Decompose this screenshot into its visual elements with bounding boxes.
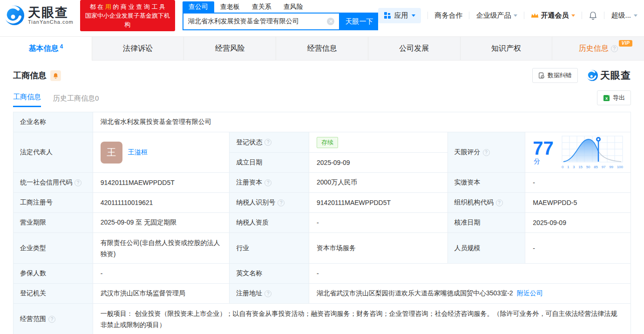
section-header: 工商信息 数据纠错 天眼查 (13, 68, 631, 83)
field-value-legal-rep: 王 王溢桓 (93, 132, 230, 173)
nav-enterprise[interactable]: 企业级产品 (476, 11, 517, 20)
field-value-reg-capital: 2000万人民币 (309, 173, 448, 193)
field-label-taxpayer-id: 纳税人识别号? (230, 193, 309, 213)
nav-open-vip[interactable]: 开通会员 (531, 11, 575, 20)
field-value-staff-size: - (525, 233, 630, 264)
field-value-insured-count: - (93, 264, 230, 284)
help-icon: ? (496, 199, 503, 206)
field-label-reg-capital: 注册资本? (230, 173, 309, 193)
search-tab-risk[interactable]: 查风险 (278, 1, 309, 13)
field-value-taxpayer-id: 91420111MAEWPPDD5T (309, 193, 448, 213)
help-icon: ? (483, 149, 490, 156)
help-icon: ? (75, 179, 81, 186)
field-label-org-code: 组织机构代码? (448, 193, 526, 213)
legal-rep-avatar[interactable]: 王 (101, 142, 122, 164)
help-icon: ? (48, 316, 55, 323)
field-label-industry: 行业 (230, 233, 309, 264)
search-area: 查公司 查老板 查关系 查风险 ✕ 天眼一下 (183, 0, 379, 30)
divider (582, 12, 582, 19)
field-label-reg-status: 登记状态? (230, 132, 309, 153)
field-label-reg-number: 工商注册号 (14, 193, 93, 213)
help-icon: ? (264, 179, 271, 186)
header-nav: 应用 商务合作 企业级产品 开通会员 超级... (378, 8, 637, 23)
field-label-paid-capital: 实缴资本 (448, 173, 526, 193)
field-value-english-name: - (309, 264, 630, 284)
field-value-approval-date: 2025-09-09 (525, 213, 630, 233)
legal-rep-link[interactable]: 王溢桓 (128, 148, 148, 157)
svg-text:x: x (605, 96, 608, 101)
tianyancha-watermark-icon (586, 69, 598, 82)
field-label-business-term: 营业期限 (14, 213, 93, 233)
nearby-companies-link[interactable]: 附近公司 (517, 289, 543, 298)
field-value-score[interactable]: 77分 (525, 132, 630, 173)
subtab-history-business-info[interactable]: 历史工商信息0 (53, 94, 99, 107)
field-label-approval-date: 核准日期 (448, 213, 526, 233)
field-value-company-type: 有限责任公司(非自然人投资或控股的法人独资) (93, 233, 230, 264)
help-icon: ? (264, 290, 271, 297)
nav-more[interactable]: 超级... (611, 11, 637, 20)
clear-search-icon[interactable]: ✕ (327, 18, 334, 25)
data-correction-button[interactable]: 数据纠错 (532, 68, 578, 83)
tab-operation-info[interactable]: 经营信息 (276, 37, 368, 60)
main-content: 工商信息 数据纠错 天眼查 (0, 61, 644, 334)
field-label-company-name: 企业名称 (14, 112, 93, 132)
search-input[interactable] (183, 18, 327, 25)
search-tab-boss[interactable]: 查老板 (214, 1, 246, 13)
tab-business-risk[interactable]: 经营风险 (184, 37, 276, 60)
vip-badge: VIP (619, 40, 633, 47)
chevron-down-icon (514, 14, 517, 17)
score-chart-ticks: 01 315 5085 9799 100 (562, 165, 623, 169)
search-tab-company[interactable]: 查公司 (183, 1, 214, 13)
field-value-business-scope: 一般项目： 创业投资（限投资未上市企业）；以自有资金从事投资活动；融资咨询服务；… (93, 304, 630, 334)
watermark-logo: 天眼查 (586, 69, 631, 82)
search-tab-relation[interactable]: 查关系 (246, 1, 278, 13)
top-header: 天眼查 TianYanCha.com 都 在 用 的 商 业 查 询 工 具 国… (0, 0, 644, 31)
field-label-reg-address: 注册地址? (230, 284, 309, 304)
tab-basic-info[interactable]: 基本信息4 (0, 37, 92, 61)
score-distribution-chart: 01 315 5085 9799 100 (562, 136, 623, 169)
apps-menu[interactable]: 应用 (378, 8, 421, 23)
chevron-down-icon (571, 14, 575, 17)
field-label-staff-size: 人员规模 (448, 233, 526, 264)
tianyancha-logo-icon (4, 5, 25, 26)
subtab-business-info[interactable]: 工商信息 (13, 93, 41, 107)
tab-company-development[interactable]: 公司发展 (368, 37, 461, 60)
field-label-insured-count: 参保人数 (14, 264, 93, 284)
field-value-industry: 资本市场服务 (309, 233, 448, 264)
field-value-taxpayer-quality: - (309, 213, 448, 233)
field-label-reg-authority: 登记机关 (14, 284, 93, 304)
nav-cooperation[interactable]: 商务合作 (434, 11, 462, 20)
field-label-score: 天眼评分? (448, 132, 526, 173)
field-label-legal-rep: 法定代表人 (14, 132, 93, 173)
business-info-table: 企业名称 湖北省水利发展投资基金管理有限公司 法定代表人 王 王溢桓 登记状态?… (13, 112, 631, 334)
excel-icon: x (603, 95, 610, 102)
notifications-bell-icon[interactable] (589, 11, 597, 20)
search-button[interactable]: 天眼一下 (340, 13, 378, 30)
divider (427, 12, 428, 19)
company-section-tabs: 基本信息4 法律诉讼 经营风险 经营信息 公司发展 知识产权 历史信息? VIP (0, 36, 644, 61)
score-unit: 分 (534, 157, 540, 165)
promo-badge: 都 在 用 的 商 业 查 询 工 具 国家中小企业发展子基金旗下机构 (80, 0, 175, 31)
help-icon: ? (264, 139, 271, 146)
field-value-reg-status: 存续 (309, 132, 448, 153)
document-edit-icon (538, 72, 545, 79)
field-value-reg-number: 420111110019621 (93, 193, 230, 213)
tab-history-info[interactable]: 历史信息? VIP (552, 37, 644, 60)
export-button[interactable]: x 导出 (597, 90, 631, 105)
field-label-establish-date: 成立日期 (230, 153, 309, 173)
field-value-business-term: 2025-09-09 至 无固定期限 (93, 213, 230, 233)
apps-grid-icon (384, 12, 391, 19)
help-icon: ? (278, 199, 285, 206)
subscribe-bell-icon[interactable] (50, 70, 61, 81)
tianyancha-logo[interactable]: 天眼查 TianYanCha.com (4, 5, 74, 26)
tab-count: 4 (60, 43, 63, 50)
section-title: 工商信息 (13, 70, 47, 81)
tab-legal[interactable]: 法律诉讼 (92, 37, 184, 60)
subtabs: 工商信息 历史工商信息0 x 导出 (13, 90, 631, 107)
help-icon: ? (611, 45, 618, 52)
field-value-org-code: MAEWPPDD-5 (525, 193, 630, 213)
field-label-credit-code: 统一社会信用代码? (14, 173, 93, 193)
logo-subtitle: TianYanCha.com (28, 19, 74, 25)
chevron-down-icon (634, 14, 637, 17)
tab-intellectual-property[interactable]: 知识产权 (461, 37, 553, 60)
